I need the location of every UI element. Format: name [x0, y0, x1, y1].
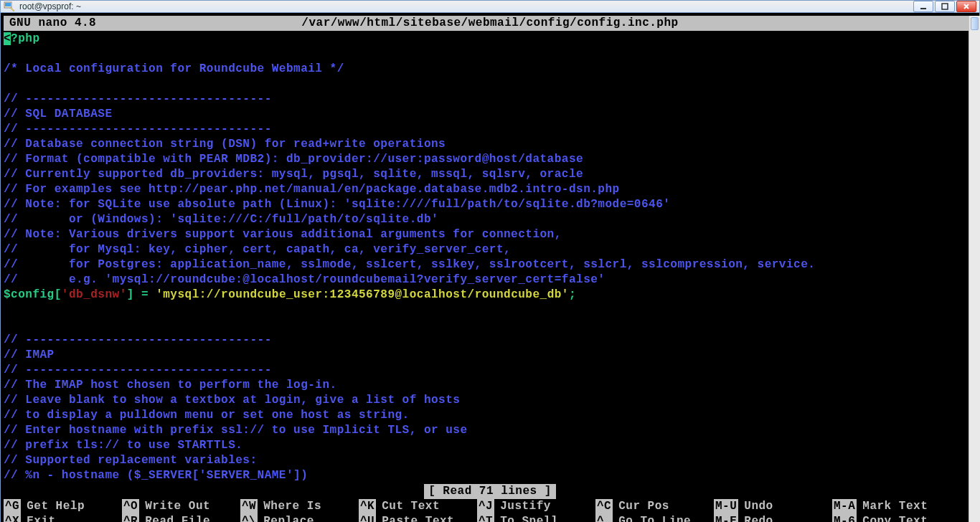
- shortcut-item: ^CCur Pos: [595, 499, 714, 514]
- nano-header: GNU nano 4.8 /var/www/html/sitebase/webm…: [4, 16, 976, 31]
- shortcut-action: Where Is: [263, 499, 321, 514]
- svg-rect-3: [942, 4, 948, 9]
- shortcut-item: M-UUndo: [714, 499, 832, 514]
- scrollbar-thumb[interactable]: [971, 17, 979, 30]
- code-comment: // e.g. 'mysql://roundcube:@localhost/ro…: [4, 273, 605, 286]
- shortcut-action: Cut Text: [382, 499, 440, 514]
- shortcut-item: ^TTo Spell: [477, 514, 595, 522]
- code-comment: // ----------------------------------: [4, 123, 272, 136]
- terminal[interactable]: GNU nano 4.8 /var/www/html/sitebase/webm…: [1, 13, 979, 522]
- shortcut-action: Get Help: [27, 499, 85, 514]
- code-comment: // for Mysql: key, cipher, cert, capath,…: [4, 243, 511, 256]
- code-comment: // The IMAP host chosen to perform the l…: [4, 379, 337, 392]
- shortcut-key: ^R: [122, 514, 139, 522]
- shortcut-item: ^GGet Help: [4, 499, 122, 514]
- code-comment: // prefix tls:// to use STARTTLS.: [4, 439, 242, 452]
- shortcut-key: M-U: [714, 499, 738, 514]
- code-comment: // Currently supported db_providers: mys…: [4, 168, 583, 181]
- nano-status: [ Read 71 lines ]: [4, 484, 976, 499]
- shortcut-item: ^OWrite Out: [122, 499, 240, 514]
- shortcut-action: Mark Text: [862, 499, 928, 514]
- shortcut-action: Redo: [744, 514, 773, 522]
- titlebar[interactable]: root@vpsprof: ~: [1, 1, 979, 13]
- shortcut-key: ^K: [359, 499, 376, 514]
- scrollbar[interactable]: [969, 16, 980, 522]
- minimize-button[interactable]: [913, 1, 933, 12]
- shortcut-action: Write Out: [145, 499, 210, 514]
- code-key: 'db_dsnw': [62, 288, 127, 301]
- code-comment: // ----------------------------------: [4, 92, 272, 105]
- shortcut-action: Replace: [263, 514, 314, 522]
- shortcut-key: ^U: [359, 514, 376, 522]
- shortcut-action: Justify: [500, 499, 551, 514]
- shortcut-action: Undo: [744, 499, 773, 514]
- shortcut-item: ^KCut Text: [359, 499, 477, 514]
- shortcut-item: ^RRead File: [122, 514, 240, 522]
- cursor: <: [4, 32, 11, 45]
- shortcut-item: ^_Go To Line: [595, 514, 714, 522]
- shortcut-key: ^J: [477, 499, 494, 514]
- shortcut-item: ^JJustify: [477, 499, 595, 514]
- shortcut-item: M-AMark Text: [832, 499, 951, 514]
- code-comment: // Note: for SQLite use absolute path (L…: [4, 198, 670, 211]
- window-controls: [913, 1, 976, 12]
- code-comment: /* Local configuration for Roundcube Web…: [4, 62, 344, 75]
- shortcut-key: ^T: [477, 514, 494, 522]
- code-comment: // Supported replacement variables:: [4, 454, 258, 467]
- code-var: $config: [4, 288, 55, 301]
- shortcut-action: To Spell: [500, 514, 558, 522]
- shortcut-item: ^XExit: [4, 514, 122, 522]
- shortcut-key: ^X: [4, 514, 21, 522]
- shortcut-action: Read File: [145, 514, 210, 522]
- close-button[interactable]: [956, 1, 976, 12]
- shortcut-key: ^C: [595, 499, 613, 514]
- code-comment: // %n - hostname ($_SERVER['SERVER_NAME'…: [4, 469, 308, 482]
- code-comment: // Database connection string (DSN) for …: [4, 138, 446, 151]
- shortcut-item: M-ERedo: [714, 514, 832, 522]
- shortcut-key: M-A: [832, 499, 857, 514]
- shortcut-action: Exit: [27, 514, 55, 522]
- code-comment: // for Postgres: application_name, sslmo…: [4, 258, 815, 271]
- svg-rect-1: [5, 3, 11, 6]
- code-comment: // For examples see http://pear.php.net/…: [4, 183, 620, 196]
- editor-body[interactable]: <?php /* Local configuration for Roundcu…: [4, 31, 976, 484]
- shortcut-key: ^_: [595, 514, 613, 522]
- nano-shortcuts: ^GGet Help^OWrite Out^WWhere Is^KCut Tex…: [4, 499, 976, 522]
- code-string: 'mysql://roundcube_user:123456789@localh…: [156, 288, 569, 301]
- code-comment: // SQL DATABASE: [4, 108, 113, 120]
- shortcut-item: ^\Replace: [240, 514, 359, 522]
- shortcut-key: ^W: [240, 499, 258, 514]
- putty-window: root@vpsprof: ~ GNU nano 4.8 /var/www/ht…: [0, 0, 980, 522]
- shortcut-key: ^G: [4, 499, 21, 514]
- code-comment: // Enter hostname with prefix ssl:// to …: [4, 424, 468, 437]
- maximize-button[interactable]: [935, 1, 955, 12]
- putty-icon: [4, 1, 15, 12]
- code-comment: // or (Windows): 'sqlite:///C:/full/path…: [4, 213, 438, 226]
- shortcut-key: ^\: [240, 514, 258, 522]
- shortcut-item: M-6Copy Text: [832, 514, 951, 522]
- code-comment: // Leave blank to show a textbox at logi…: [4, 394, 460, 407]
- shortcut-key: ^O: [122, 499, 139, 514]
- shortcut-action: Copy Text: [862, 514, 928, 522]
- window-title: root@vpsprof: ~: [19, 1, 913, 11]
- code-comment: // ----------------------------------: [4, 364, 272, 376]
- shortcut-key: M-6: [832, 514, 857, 522]
- nano-version: GNU nano 4.8: [9, 16, 124, 31]
- shortcut-key: M-E: [714, 514, 738, 522]
- nano-file-path: /var/www/html/sitebase/webmail/config/co…: [124, 16, 856, 31]
- shortcut-item: ^WWhere Is: [240, 499, 359, 514]
- code-comment: // ----------------------------------: [4, 333, 272, 346]
- code-comment: // Note: Various drivers support various…: [4, 228, 562, 241]
- code-comment: // to display a pulldown menu or set one…: [4, 409, 410, 422]
- shortcut-action: Cur Pos: [618, 499, 669, 514]
- code-comment: // IMAP: [4, 348, 55, 361]
- shortcut-item: ^UPaste Text: [359, 514, 477, 522]
- shortcut-action: Paste Text: [382, 514, 454, 522]
- code-comment: // Format (compatible with PEAR MDB2): d…: [4, 153, 583, 166]
- shortcut-action: Go To Line: [618, 514, 691, 522]
